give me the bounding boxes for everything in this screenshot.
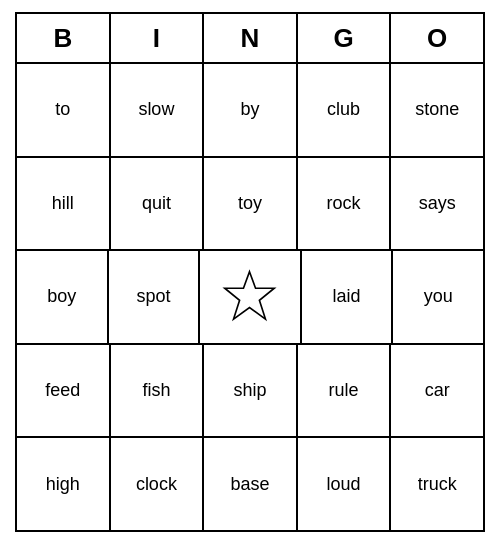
header-cell: O (391, 14, 483, 62)
bingo-cell: boy (17, 251, 109, 343)
bingo-cell: clock (111, 438, 205, 530)
bingo-cell: rule (298, 345, 392, 437)
bingo-cell: spot (109, 251, 201, 343)
bingo-body: toslowbyclubstonehillquittoyrocksaysboys… (17, 64, 483, 530)
bingo-cell: toy (204, 158, 298, 250)
header-cell: B (17, 14, 111, 62)
bingo-card: BINGO toslowbyclubstonehillquittoyrocksa… (15, 12, 485, 532)
bingo-cell: by (204, 64, 298, 156)
bingo-cell: says (391, 158, 483, 250)
header-cell: N (204, 14, 298, 62)
star-icon (222, 269, 277, 324)
bingo-cell: quit (111, 158, 205, 250)
bingo-cell: car (391, 345, 483, 437)
bingo-cell: loud (298, 438, 392, 530)
bingo-cell: base (204, 438, 298, 530)
bingo-cell (200, 251, 302, 343)
bingo-cell: stone (391, 64, 483, 156)
bingo-row: feedfishshiprulecar (17, 345, 483, 439)
header-cell: I (111, 14, 205, 62)
bingo-cell: rock (298, 158, 392, 250)
bingo-cell: slow (111, 64, 205, 156)
bingo-row: boyspotlaidyou (17, 251, 483, 345)
bingo-cell: club (298, 64, 392, 156)
bingo-cell: hill (17, 158, 111, 250)
bingo-cell: ship (204, 345, 298, 437)
bingo-header: BINGO (17, 14, 483, 64)
bingo-cell: laid (302, 251, 394, 343)
bingo-cell: you (393, 251, 483, 343)
header-cell: G (298, 14, 392, 62)
bingo-cell: feed (17, 345, 111, 437)
bingo-row: highclockbaseloudtruck (17, 438, 483, 530)
bingo-row: toslowbyclubstone (17, 64, 483, 158)
bingo-cell: high (17, 438, 111, 530)
bingo-cell: fish (111, 345, 205, 437)
bingo-cell: truck (391, 438, 483, 530)
bingo-cell: to (17, 64, 111, 156)
svg-marker-0 (225, 272, 275, 319)
bingo-row: hillquittoyrocksays (17, 158, 483, 252)
